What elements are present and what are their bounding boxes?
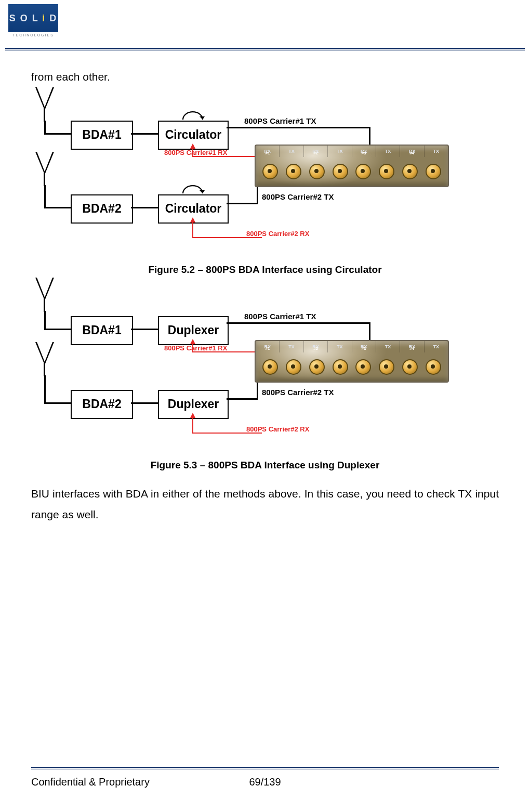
body-paragraph: BIU interfaces with BDA in either of the…	[31, 483, 499, 525]
rx1-label: 800PS Carrier#1 RX	[164, 149, 227, 156]
connector-icon	[262, 359, 278, 375]
connector-icon	[309, 359, 325, 375]
antenna-icon	[35, 152, 54, 185]
connector-icon	[426, 359, 441, 375]
up-arrow-icon	[190, 339, 195, 344]
footer-page: 69/139	[31, 776, 499, 788]
tx1-label: 800PS Carrier#1 TX	[244, 312, 316, 321]
connector-icon	[426, 164, 441, 179]
rx2-label: 800PS Carrier#2 RX	[246, 425, 309, 433]
bda1-box: BDA#1	[71, 316, 133, 345]
logo: S O L i D TECHNOLOGIES	[8, 4, 58, 45]
return-arrow-icon	[180, 109, 206, 122]
connector-icon	[286, 359, 301, 375]
connector-icon	[355, 359, 371, 375]
lead-text: from each other.	[31, 67, 499, 87]
tx2-label: 800PS Carrier#2 TX	[262, 192, 334, 201]
tx2-label: 800PS Carrier#2 TX	[262, 388, 334, 397]
diagram-circulator: BDA#1 BDA#2 Circulator Circulator 800PS …	[31, 90, 447, 257]
bda2-box: BDA#2	[71, 390, 133, 419]
connector-icon	[402, 164, 418, 179]
connector-icon	[355, 164, 371, 179]
rx1-label: 800PS Carrier#1 RX	[164, 344, 227, 352]
up-arrow-icon	[190, 413, 195, 418]
connector-icon	[333, 359, 348, 375]
up-arrow-icon	[190, 143, 195, 149]
connector-icon	[379, 164, 394, 179]
bda2-box: BDA#2	[71, 194, 133, 224]
up-arrow-icon	[190, 217, 195, 222]
connector-icon	[286, 164, 301, 179]
logo-text: S O L i D	[9, 13, 58, 24]
diagram-duplexer: BDA#1 BDA#2 Duplexer Duplexer 800PS Carr…	[31, 281, 447, 452]
connector-icon	[262, 164, 278, 179]
figure-caption-5-2: Figure 5.2 – 800PS BDA Interface using C…	[31, 264, 499, 276]
header-rule	[5, 48, 525, 50]
connector-panel: RXTX RXTX RXTX RXTX #1 #2 #3 #4	[255, 145, 449, 187]
return-arrow-icon	[180, 183, 206, 195]
figure-caption-5-3: Figure 5.3 – 800PS BDA Interface using D…	[31, 460, 499, 471]
antenna-icon	[35, 278, 54, 311]
antenna-icon	[35, 342, 54, 375]
logo-subtext: TECHNOLOGIES	[8, 33, 58, 37]
bda1-box: BDA#1	[71, 121, 133, 150]
connector-panel: RXTX RXTX RXTX RXTX #1 #2 #3 #4	[255, 340, 449, 383]
connector-icon	[309, 164, 325, 179]
rx2-label: 800PS Carrier#2 RX	[246, 230, 309, 238]
connector-icon	[379, 359, 394, 375]
footer: Confidential & Proprietary 69/139 .	[31, 776, 499, 788]
antenna-icon	[35, 87, 54, 121]
connector-icon	[333, 164, 348, 179]
tx1-label: 800PS Carrier#1 TX	[244, 116, 316, 125]
footer-rule	[31, 767, 499, 769]
connector-icon	[402, 359, 418, 375]
